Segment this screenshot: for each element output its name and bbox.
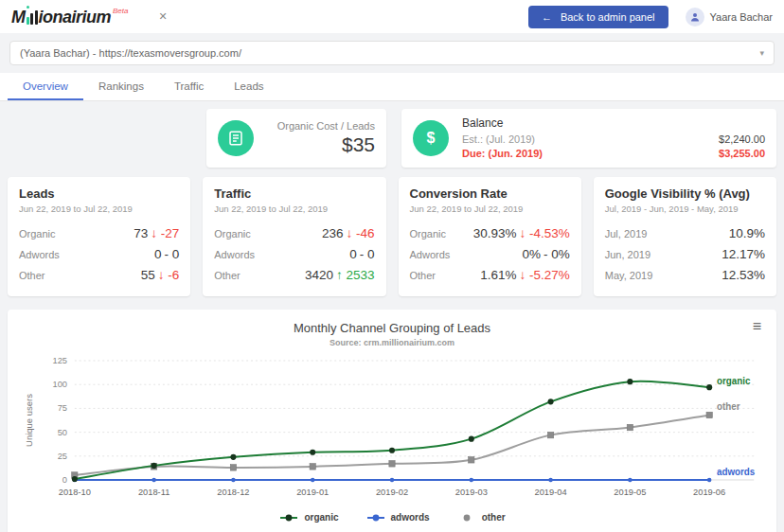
tab-leads[interactable]: Leads — [219, 73, 278, 100]
svg-text:75: 75 — [58, 402, 67, 413]
app-header: M ionairium Beta ✕ ← Back to admin panel… — [0, 0, 784, 33]
leads-chart-svg: 02550751001252018-102018-112018-122019-0… — [21, 351, 763, 510]
site-selector[interactable]: (Yaara Bachar) - https://texasmoversgrou… — [9, 41, 775, 65]
svg-text:100: 100 — [52, 379, 67, 389]
summary-row-spacer — [8, 109, 191, 168]
legend-label: other — [482, 512, 506, 523]
logo-suffix: ionairium — [39, 9, 112, 26]
stat-row-other: Other 55↓ -6 — [19, 264, 179, 285]
tab-traffic[interactable]: Traffic — [159, 73, 219, 100]
stat-rows: Jul, 2019 10.9% Jun, 2019 12.17% May, 20… — [605, 222, 765, 285]
card-subtitle: Jun 22, 2019 to Jul 22, 2019 — [214, 204, 374, 214]
chart-header: Monthly Channel Grouping of Leads Source… — [21, 321, 763, 347]
back-button-label: Back to admin panel — [561, 11, 655, 23]
organic-cost-label: Organic Cost / Leads — [277, 120, 375, 132]
chart-title: Monthly Channel Grouping of Leads — [21, 321, 763, 335]
legend-item-organic[interactable]: organic — [278, 512, 338, 523]
balance-card: $ Balance Est.: (Jul. 2019) $2,240.00 Du… — [401, 109, 776, 168]
svg-text:125: 125 — [52, 355, 67, 365]
legend-item-other[interactable]: other — [456, 512, 506, 523]
logo-prefix: M — [11, 9, 26, 26]
stat-row-adwords: Adwords 0- 0 — [214, 243, 374, 264]
chart-menu-icon[interactable]: ≡ — [753, 319, 761, 334]
svg-text:2018-10: 2018-10 — [59, 487, 91, 497]
legend-marker-organic — [278, 513, 299, 523]
stat-row-other: Other 3420↑ 2533 — [214, 264, 374, 285]
logo-bars-icon — [27, 10, 38, 25]
svg-text:Unique users: Unique users — [24, 394, 34, 447]
tab-rankings[interactable]: Rankings — [83, 73, 159, 100]
legend-marker-other — [456, 513, 477, 523]
balance-body: Balance Est.: (Jul. 2019) $2,240.00 Due:… — [462, 116, 765, 161]
balance-row-due: Due: (Jun. 2019) $3,255.00 — [462, 147, 765, 161]
card-title: Leads — [19, 186, 179, 201]
chart-legend: organicadwordsother — [21, 512, 763, 523]
stat-rows: Organic 236↓ -46 Adwords 0- 0 Other 3420… — [214, 222, 374, 285]
organic-cost-values: Organic Cost / Leads $35 — [277, 120, 375, 156]
stat-row-organic: Organic 30.93%↓ -4.53% — [410, 222, 570, 243]
balance-row-est: Est.: (Jul. 2019) $2,240.00 — [462, 133, 765, 147]
svg-text:2019-06: 2019-06 — [693, 487, 725, 497]
svg-text:other: other — [717, 401, 740, 412]
legend-label: adwords — [391, 512, 430, 523]
svg-text:2018-12: 2018-12 — [217, 487, 249, 497]
stat-row-organic: Organic 236↓ -46 — [214, 222, 374, 243]
summary-row: Organic Cost / Leads $35 $ Balance Est.:… — [8, 109, 776, 168]
beta-badge: Beta — [113, 8, 128, 15]
user-avatar-icon — [686, 8, 704, 27]
balance-title: Balance — [462, 116, 765, 130]
collapse-icon[interactable]: ✕ — [158, 10, 167, 23]
svg-text:adwords: adwords — [717, 467, 756, 477]
stat-row-adwords: Adwords 0- 0 — [19, 243, 179, 264]
stat-row-jun: Jun, 2019 12.17% — [605, 243, 765, 264]
svg-text:2019-04: 2019-04 — [535, 487, 567, 497]
card-title: Conversion Rate — [410, 186, 570, 201]
card-subtitle: Jun 22, 2019 to Jul 22, 2019 — [410, 204, 570, 214]
svg-text:organic: organic — [717, 376, 751, 386]
stats-row: Leads Jun 22, 2019 to Jul 22, 2019 Organ… — [8, 177, 776, 296]
card-title: Google Visibility % (Avg) — [605, 186, 765, 201]
legend-label: organic — [304, 512, 338, 523]
stat-row-organic: Organic 73↓ -27 — [19, 222, 179, 243]
svg-text:0: 0 — [62, 474, 67, 485]
stat-row-adwords: Adwords 0%- 0% — [410, 243, 570, 264]
dollar-icon: $ — [413, 120, 449, 156]
user-name: Yaara Bachar — [710, 11, 773, 23]
leads-card: Leads Jun 22, 2019 to Jul 22, 2019 Organ… — [8, 177, 190, 296]
organic-cost-card: Organic Cost / Leads $35 — [206, 109, 386, 168]
google-visibility-card: Google Visibility % (Avg) Jul, 2019 - Ju… — [594, 177, 776, 296]
stat-rows: Organic 30.93%↓ -4.53% Adwords 0%- 0% Ot… — [410, 222, 570, 285]
card-subtitle: Jul, 2019 - Jun, 2019 - May, 2019 — [605, 204, 765, 214]
stat-rows: Organic 73↓ -27 Adwords 0- 0 Other 55↓ -… — [19, 222, 179, 285]
back-arrow-icon: ← — [542, 11, 552, 23]
main-tabs: Overview Rankings Traffic Leads — [0, 73, 784, 101]
clipboard-icon — [218, 120, 254, 156]
svg-text:50: 50 — [58, 427, 67, 437]
caret-down-icon: ▾ — [759, 48, 764, 58]
svg-text:25: 25 — [58, 451, 67, 461]
svg-text:2019-01: 2019-01 — [296, 487, 329, 497]
stat-row-other: Other 1.61%↓ -5.27% — [410, 264, 570, 285]
card-subtitle: Jun 22, 2019 to Jul 22, 2019 — [19, 204, 179, 214]
svg-text:2018-11: 2018-11 — [138, 487, 169, 497]
svg-text:2019-03: 2019-03 — [455, 487, 488, 497]
header-right: ← Back to admin panel Yaara Bachar — [528, 6, 773, 28]
site-selector-band: (Yaara Bachar) - https://texasmoversgrou… — [0, 33, 784, 71]
card-title: Traffic — [214, 186, 374, 201]
conversion-rate-card: Conversion Rate Jun 22, 2019 to Jul 22, … — [399, 177, 581, 296]
legend-marker-adwords — [365, 513, 386, 523]
traffic-card: Traffic Jun 22, 2019 to Jul 22, 2019 Org… — [203, 177, 385, 296]
legend-item-adwords[interactable]: adwords — [365, 512, 430, 523]
stat-row-jul: Jul, 2019 10.9% — [605, 222, 765, 243]
stat-row-may: May, 2019 12.53% — [605, 264, 765, 285]
main-content: Organic Cost / Leads $35 $ Balance Est.:… — [0, 109, 784, 532]
svg-text:2019-05: 2019-05 — [614, 487, 646, 497]
chart-subtitle: Source: crm.millionairium.com — [21, 338, 763, 347]
leads-chart-card: Monthly Channel Grouping of Leads Source… — [8, 310, 776, 532]
back-to-admin-button[interactable]: ← Back to admin panel — [528, 6, 668, 28]
organic-cost-value: $35 — [277, 133, 375, 156]
app-logo[interactable]: M ionairium Beta — [11, 8, 128, 26]
tab-overview[interactable]: Overview — [8, 73, 83, 100]
user-menu[interactable]: Yaara Bachar — [686, 8, 773, 27]
site-selector-value: (Yaara Bachar) - https://texasmoversgrou… — [20, 47, 241, 59]
